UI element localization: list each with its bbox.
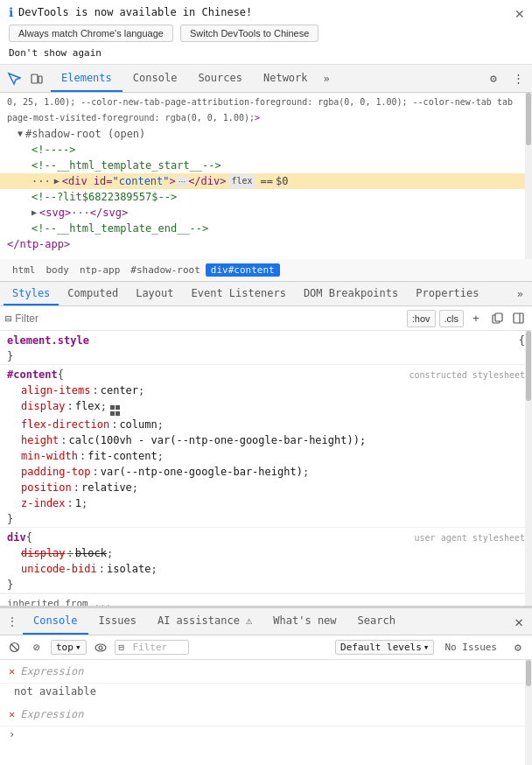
svg-point-9 [99,646,102,649]
switch-language-button[interactable]: Switch DevTools to Chinese [180,25,318,42]
css-scrollbar[interactable] [525,331,532,606]
div-rule-close: } [0,577,532,593]
breadcrumb-shadow-root[interactable]: #shadow-root [125,263,205,277]
chevron-down-icon: ▾ [424,642,430,653]
close-expression-button-1[interactable]: ✕ [9,665,15,677]
default-levels-select[interactable]: Default levels ▾ [335,640,434,655]
console-tab-issues[interactable]: Issues [88,608,147,635]
close-expression-button-2[interactable]: ✕ [9,708,15,720]
tab-console[interactable]: Console [122,65,188,92]
toolbar-right: ⚙ ⋮ [483,68,528,89]
div-rule-header: div { user agent stylesheet [0,528,532,545]
breadcrumb-html[interactable]: html [7,263,41,277]
dom-scrollbar[interactable] [525,93,532,259]
svg-rect-4 [514,313,523,323]
eye-button[interactable] [92,639,109,656]
result-row-2: › [0,726,532,746]
dom-panel: 0, 25, 1.00); --color-new-tab-page-attri… [0,93,532,259]
add-style-button[interactable]: + [467,310,485,327]
console-tab-search[interactable]: Search [347,608,406,635]
settings-button[interactable]: ⚙ [483,68,504,89]
tab-dom-breakpoints[interactable]: DOM Breakpoints [295,282,407,305]
tab-properties[interactable]: Properties [407,282,487,305]
content-rule: #content { constructed stylesheet align-… [0,365,532,528]
console-more-button[interactable]: ⋮ [4,615,21,628]
css-scroll-area[interactable]: element.style { } #content { constructed… [0,331,532,606]
tab-sources[interactable]: Sources [187,65,253,92]
panel-tabs: Styles Computed Layout Event Listeners D… [0,282,532,306]
content-rule-close: } [0,511,532,527]
console-tab-whats-new[interactable]: What's new [262,608,346,635]
svg-rect-0 [32,74,38,83]
breadcrumb-body[interactable]: body [41,263,75,277]
device-toggle-button[interactable] [26,68,47,89]
console-tab-ai[interactable]: AI assistance ⚠ [147,608,262,635]
hov-button[interactable]: :hov [407,310,436,327]
console-scrollbar[interactable] [525,660,532,765]
more-panel-tabs-button[interactable]: » [512,288,528,300]
content-selector[interactable]: #content [7,368,58,381]
devtools-window: ℹ DevTools is now available in Chinese! … [0,0,532,765]
console-block-button[interactable]: ⊘ [28,639,46,656]
console-filter-input[interactable]: ⊟ Filter [115,640,190,655]
css-property-flex-direction: flex-direction : column ; [0,417,532,432]
breadcrumb: html body ntp-app #shadow-root div#conte… [0,259,532,282]
console-tab-console[interactable]: Console [23,608,88,635]
console-settings-button[interactable]: ⚙ [509,639,527,656]
dom-line: page-most-visited-foreground: rgba(0, 0,… [0,110,532,126]
scrollbar-thumb [526,331,531,401]
top-context-select[interactable]: top ▾ [51,640,87,655]
devtools-toolbar: Elements Console Sources Network » ⚙ ⋮ [0,65,532,93]
css-panel: element.style { } #content { constructed… [0,331,532,606]
breadcrumb-ntp-app[interactable]: ntp-app [74,263,125,277]
dont-show-link[interactable]: Don't show again [9,47,523,59]
notification-text: DevTools is now available in Chinese! [18,6,252,18]
dom-line: <!----> [0,142,532,158]
expression-row-1: ✕ Expression [0,660,532,684]
notification-title: ℹ DevTools is now available in Chinese! [9,5,523,19]
result-row-1: not available [0,684,532,703]
more-tabs-button[interactable]: » [318,65,335,92]
bottom-console: ⋮ Console Issues AI assistance ⚠ What's … [0,606,532,765]
dom-line: </ntp-app> [0,236,532,252]
filter-icon-small: ⊟ [119,642,125,653]
triangle-right-icon: ▶ [54,174,60,188]
flex-badge: flex [228,174,255,188]
content-rule-source: constructed stylesheet [410,370,525,380]
div-selector[interactable]: div [7,531,26,544]
filter-bar: ⊟ :hov .cls + [0,306,532,331]
match-language-button[interactable]: Always match Chrome's language [9,25,173,42]
chevron-down-icon: ▾ [75,642,81,653]
css-property-display-div: display : block ; [0,545,532,561]
close-notification-button[interactable]: ✕ [514,7,525,21]
inspect-element-button[interactable] [4,68,24,89]
console-tab-list: Console Issues AI assistance ⚠ What's ne… [23,608,406,635]
close-console-button[interactable]: ✕ [509,614,528,630]
tab-styles[interactable]: Styles [4,282,59,305]
tab-layout[interactable]: Layout [127,282,182,305]
console-content: ✕ Expression not available ✕ Expression … [0,660,532,765]
tab-event-listeners[interactable]: Event Listeners [183,282,295,305]
expand-node-button[interactable]: ··· [176,177,188,186]
dom-line: ▼ #shadow-root (open) [0,126,532,142]
tab-computed[interactable]: Computed [59,282,127,305]
console-clear-button[interactable] [5,639,23,656]
div-rule: div { user agent stylesheet display : bl… [0,528,532,593]
tab-elements[interactable]: Elements [51,65,122,92]
result-arrow-icon-2: › [9,728,15,740]
more-options-button[interactable]: ⋮ [508,68,528,89]
tab-network[interactable]: Network [253,65,318,92]
toggle-sidebar-button[interactable] [509,310,527,327]
console-filter-bar: ⊘ top ▾ ⊟ Filter Default levels ▾ No Iss… [0,635,532,660]
css-property-display: display : flex ; [0,398,532,417]
flex-layout-icon[interactable] [110,405,121,416]
info-icon: ℹ [9,5,13,19]
dom-line: 0, 25, 1.00); --color-new-tab-page-attri… [0,95,532,110]
breadcrumb-div-content[interactable]: div#content [206,263,280,277]
dom-line-selected[interactable]: ··· ▶ <div id= "content" > ··· </div> fl… [0,173,532,189]
dom-scroll-area[interactable]: 0, 25, 1.00); --color-new-tab-page-attri… [0,93,532,254]
copy-style-button[interactable] [488,310,506,327]
element-style-selector: element.style [7,334,89,347]
cls-button[interactable]: .cls [439,310,465,327]
filter-input[interactable] [15,312,402,325]
